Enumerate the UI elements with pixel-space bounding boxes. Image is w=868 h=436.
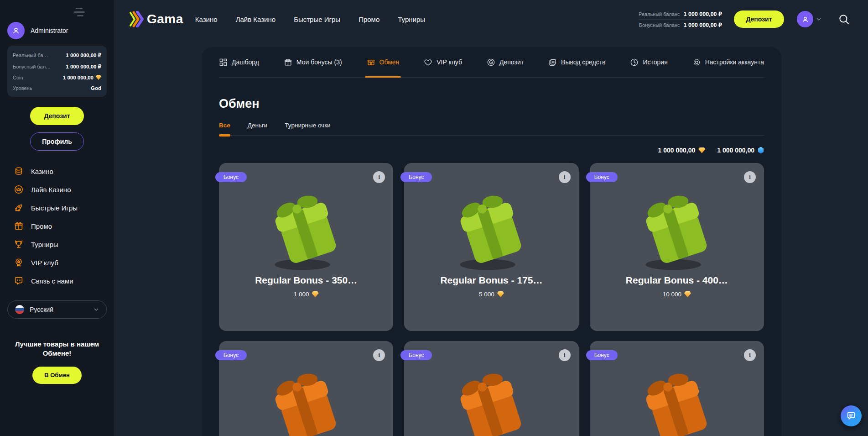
real-balance-label: Реальный баланс <box>639 11 680 17</box>
info-icon[interactable]: i <box>373 171 385 183</box>
search-button[interactable] <box>838 13 850 25</box>
real-balance-label: Реальный ба… <box>13 53 48 58</box>
orange-gem-icon <box>698 147 705 153</box>
bonus-card[interactable]: Бонус i Regular Bonus - 400… 10 000 <box>590 163 764 331</box>
tab-vip-club[interactable]: VIP клуб <box>424 47 462 77</box>
nav-live-casino[interactable]: Лайв Казино <box>236 16 276 23</box>
nav-promo[interactable]: Промо <box>359 16 379 23</box>
header-bonus-balance: Бонусный баланс 1 000 000,00 ₽ <box>639 19 722 30</box>
tab-exchange[interactable]: Обмен <box>367 47 400 77</box>
trophy-icon <box>14 239 24 249</box>
level-row: Уровень God <box>13 83 101 93</box>
nav-casino[interactable]: Казино <box>195 16 218 23</box>
history-icon <box>630 58 639 67</box>
sidebar-collapse-icon[interactable] <box>71 6 88 18</box>
tab-dashboard[interactable]: Дашборд <box>219 47 259 77</box>
top-bar-right: Реальный баланс 1 000 000,00 ₽ Бонусный … <box>639 9 850 30</box>
info-icon[interactable]: i <box>744 349 756 361</box>
tab-withdraw[interactable]: Вывод средств <box>548 47 606 77</box>
bonus-balance-row: Бонусный бал… 1 000 000,00 ₽ <box>13 61 101 72</box>
go-to-exchange-button[interactable]: В Обмен <box>32 367 82 384</box>
tab-label: Мои бонусы (3) <box>296 58 342 66</box>
bonus-badge: Бонус <box>400 350 432 360</box>
bonus-price: 1 000 <box>294 291 319 298</box>
tab-account-settings[interactable]: Настройки аккаунта <box>692 47 764 77</box>
real-balance-row: Реальный ба… 1 000 000,00 ₽ <box>13 49 101 61</box>
tab-my-bonuses[interactable]: Мои бонусы (3) <box>284 47 342 77</box>
nav-tournaments[interactable]: Турниры <box>398 16 425 23</box>
shop-icon <box>367 58 375 67</box>
tab-label: Настройки аккаунта <box>705 58 764 66</box>
gift-box-image <box>263 189 349 273</box>
coin-balance-value: 1 000 000,00 <box>63 75 101 80</box>
sidebar-item-label: Турниры <box>31 241 58 248</box>
sidebar-item-contact[interactable]: Связь с нами <box>7 274 107 288</box>
vip-badge-icon <box>14 257 24 268</box>
header-real-balance: Реальный баланс 1 000 000,00 ₽ <box>639 9 722 19</box>
gift-box-image <box>263 367 349 436</box>
nav-fast-games[interactable]: Быстрые Игры <box>294 16 340 23</box>
balance-summary-box: Реальный ба… 1 000 000,00 ₽ Бонусный бал… <box>7 46 107 97</box>
sidebar-profile-button[interactable]: Профиль <box>30 132 84 151</box>
gift-icon <box>14 221 24 231</box>
coin-balance-row: Coin 1 000 000,00 <box>13 72 101 83</box>
tab-deposit[interactable]: Депозит <box>487 47 524 77</box>
sidebar-item-vip-club[interactable]: VIP клуб <box>7 256 107 269</box>
bonus-card[interactable]: Бонус i <box>219 341 393 436</box>
orange-gem-icon <box>312 291 319 297</box>
sidebar-deposit-button[interactable]: Депозит <box>30 107 84 125</box>
info-icon[interactable]: i <box>744 171 756 183</box>
bonus-balance-value: 1 000 000,00 ₽ <box>684 21 722 28</box>
coin-wallet-amount: 1 000 000,00 <box>658 147 706 154</box>
account-menu-button[interactable] <box>797 11 821 27</box>
gift-icon <box>284 58 292 67</box>
sidebar-item-label: Лайв Казино <box>31 186 71 194</box>
coin-balance-label: Coin <box>13 75 23 80</box>
sidebar-promo-text: Лучшие товары в нашем Обмене! <box>7 340 107 358</box>
orange-gem-icon <box>684 291 691 297</box>
filter-money[interactable]: Деньги <box>248 122 268 135</box>
sidebar-item-live-casino[interactable]: Лайв Казино <box>7 183 107 196</box>
chevron-down-icon <box>94 307 99 312</box>
bonus-card[interactable]: Бонус i <box>590 341 764 436</box>
filter-all[interactable]: Все <box>219 122 230 135</box>
info-icon[interactable]: i <box>373 349 385 361</box>
tab-history[interactable]: История <box>630 47 667 77</box>
header-deposit-button[interactable]: Депозит <box>734 11 784 28</box>
level-label: Уровень <box>13 85 32 91</box>
filter-tournament-points[interactable]: Турнирные очки <box>285 122 330 135</box>
gift-box-image <box>634 189 720 273</box>
header-balances: Реальный баланс 1 000 000,00 ₽ Бонусный … <box>639 9 722 30</box>
sidebar-item-promo[interactable]: Промо <box>7 219 107 233</box>
account-panel: Дашборд Мои бонусы (3) Обмен VIP клуб Де… <box>202 47 781 436</box>
real-balance-value: 1 000 000,00 ₽ <box>66 52 101 58</box>
bonus-card[interactable]: Бонус i Regular Bonus - 350… 1 000 <box>219 163 393 331</box>
wallet-row: 1 000 000,00 1 000 000,00 <box>219 147 764 154</box>
bonus-card[interactable]: Бонус i <box>404 341 578 436</box>
info-icon[interactable]: i <box>559 349 571 361</box>
sidebar-item-fast-games[interactable]: Быстрые Игры <box>7 201 107 215</box>
chat-bubble-icon <box>846 411 856 421</box>
account-tabs: Дашборд Мои бонусы (3) Обмен VIP клуб Де… <box>219 47 764 78</box>
exchange-filters: Все Деньги Турнирные очки <box>219 122 764 136</box>
live-chat-button[interactable] <box>841 405 862 426</box>
language-selector[interactable]: Русский <box>7 300 107 319</box>
bonus-badge: Бонус <box>400 172 432 182</box>
sidebar-item-casino[interactable]: Казино <box>7 164 107 178</box>
gift-box-image <box>448 367 535 436</box>
sidebar-item-tournaments[interactable]: Турниры <box>7 237 107 251</box>
gem-wallet-amount: 1 000 000,00 <box>717 147 764 154</box>
user-name: Administrator <box>31 27 68 34</box>
tab-label: Вывод средств <box>561 58 606 66</box>
bonus-card[interactable]: Бонус i Regular Bonus - 175… 5 000 <box>404 163 578 331</box>
settings-icon <box>692 58 701 67</box>
bonus-price: 10 000 <box>663 291 691 298</box>
rocket-icon <box>14 203 24 213</box>
info-icon[interactable]: i <box>559 171 571 183</box>
avatar <box>7 22 25 39</box>
tab-label: VIP клуб <box>437 58 462 66</box>
sidebar-user[interactable]: Administrator <box>7 0 107 39</box>
tab-label: Дашборд <box>232 58 259 66</box>
gift-box-image <box>634 367 720 436</box>
brand-logo[interactable]: Gama <box>129 11 183 27</box>
